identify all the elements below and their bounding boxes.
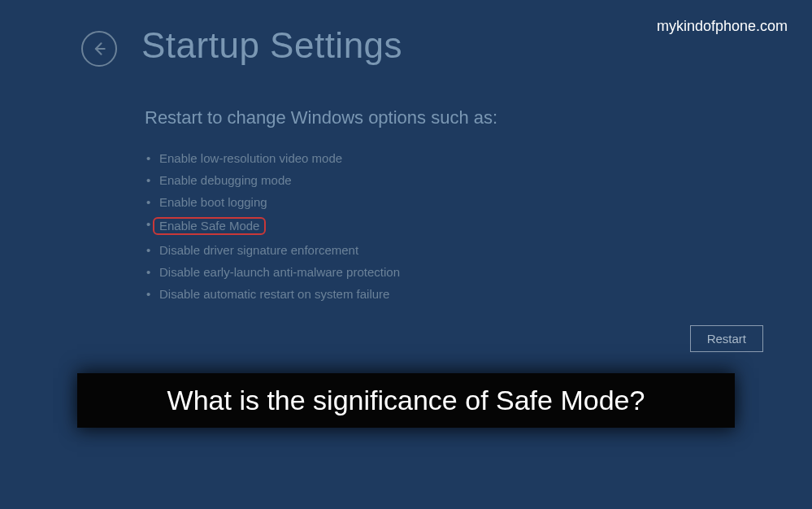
back-arrow-icon	[91, 41, 107, 57]
back-button[interactable]	[81, 31, 117, 67]
options-list: Enable low-resolution video mode Enable …	[145, 151, 812, 301]
watermark-text: mykindofphone.com	[657, 18, 788, 35]
list-item-highlighted: Enable Safe Mode	[145, 217, 812, 235]
caption-banner: What is the significance of Safe Mode?	[77, 373, 735, 428]
list-item: Disable early-launch anti-malware protec…	[145, 265, 812, 279]
list-item: Disable automatic restart on system fail…	[145, 287, 812, 301]
list-item: Enable low-resolution video mode	[145, 151, 812, 165]
list-item: Enable boot logging	[145, 195, 812, 209]
subtitle: Restart to change Windows options such a…	[145, 107, 812, 128]
list-item: Disable driver signature enforcement	[145, 243, 812, 257]
list-item: Enable debugging mode	[145, 173, 812, 187]
page-title: Startup Settings	[141, 25, 402, 66]
restart-button[interactable]: Restart	[690, 325, 763, 352]
content-area: Restart to change Windows options such a…	[0, 67, 812, 301]
safe-mode-highlight: Enable Safe Mode	[153, 217, 266, 235]
